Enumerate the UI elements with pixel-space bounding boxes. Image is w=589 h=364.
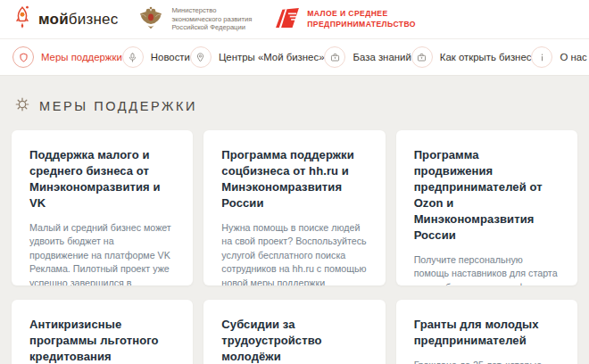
gear-icon [15, 97, 29, 115]
national-projects-flag-icon [275, 7, 300, 32]
support-card-hh[interactable]: Программа поддержки соцбизнеса от hh.ru … [203, 130, 385, 285]
support-measures-grid: Поддержка малого и среднего бизнеса от М… [12, 130, 577, 364]
nav-item-how-to-open-business[interactable]: Как открыть бизнес [411, 46, 532, 68]
support-card-ozon[interactable]: Программа продвижения предпринимателей о… [396, 130, 577, 285]
card-title: Субсидии за трудоустройство молодёжи [221, 317, 367, 364]
page-title: МЕРЫ ПОДДЕРЖКИ [39, 99, 197, 113]
location-pin-icon [190, 46, 212, 68]
nav-item-support-measures[interactable]: Меры поддержки [12, 46, 122, 68]
logo-wordmark: мойбизнес [38, 11, 118, 29]
card-description: Получите персональную помощь наставников… [414, 253, 560, 285]
card-title: Программа поддержки соцбизнеса от hh.ru … [221, 147, 367, 211]
main-nav: Меры поддержки Новости Центры «Мой бизне… [0, 39, 589, 76]
nav-item-about[interactable]: О нас [531, 46, 586, 68]
msp-logo[interactable]: МАЛОЕ И СРЕДНЕЕ ПРЕДПРИНИМАТЕЛЬСТВО [275, 7, 416, 32]
ministry-logo[interactable]: Министерство экономического развития Рос… [137, 4, 252, 35]
nav-item-knowledge-base[interactable]: База знаний [324, 46, 411, 68]
page: мойбизнес Министерство экономического ра… [0, 0, 589, 364]
nav-item-centers[interactable]: Центры «Мой бизнес» [190, 46, 325, 68]
briefcase-icon [411, 46, 433, 68]
moy-biznes-logo[interactable]: мойбизнес [12, 4, 118, 35]
info-icon [531, 46, 552, 68]
nav-label: Меры поддержки [41, 52, 122, 62]
eagle-emblem-icon [137, 4, 164, 35]
nav-label: О нас [560, 52, 586, 62]
header: мойбизнес Министерство экономического ра… [0, 0, 589, 39]
card-description: Нужна помощь в поиске людей на свой прое… [221, 221, 367, 285]
card-description: Малый и средний бизнес может удвоить бюд… [29, 221, 175, 285]
nav-label: База знаний [353, 52, 411, 62]
support-card-young-entrepreneur-grants[interactable]: Гранты для молодых предпринимателей Граж… [396, 300, 577, 364]
shield-icon [12, 46, 34, 68]
support-card-youth-employment-subsidies[interactable]: Субсидии за трудоустройство молодёжи Суб… [203, 300, 385, 364]
card-description: Граждане до 25 лет, которые решили [414, 359, 560, 364]
rocket-icon [12, 4, 32, 35]
nav-item-news[interactable]: Новости [122, 46, 190, 68]
section-header: МЕРЫ ПОДДЕРЖКИ [15, 97, 574, 115]
briefcase-icon [324, 46, 345, 68]
support-card-credit-programs[interactable]: Антикризисные программы льготного кредит… [12, 300, 193, 364]
msp-title: МАЛОЕ И СРЕДНЕЕ ПРЕДПРИНИМАТЕЛЬСТВО [307, 9, 416, 29]
main-content: МЕРЫ ПОДДЕРЖКИ Поддержка малого и средне… [0, 76, 589, 364]
card-title: Поддержка малого и среднего бизнеса от М… [29, 147, 175, 211]
ministry-name: Министерство экономического развития Рос… [171, 6, 252, 33]
card-title: Гранты для молодых предпринимателей [414, 317, 560, 349]
card-title: Программа продвижения предпринимателей о… [414, 147, 560, 244]
nav-label: Как открыть бизнес [440, 52, 532, 62]
nav-label: Центры «Мой бизнес» [219, 52, 325, 62]
nav-label: Новости [151, 52, 190, 62]
card-title: Антикризисные программы льготного кредит… [29, 317, 175, 364]
support-card-vk[interactable]: Поддержка малого и среднего бизнеса от М… [12, 130, 193, 285]
microphone-icon [122, 46, 144, 68]
